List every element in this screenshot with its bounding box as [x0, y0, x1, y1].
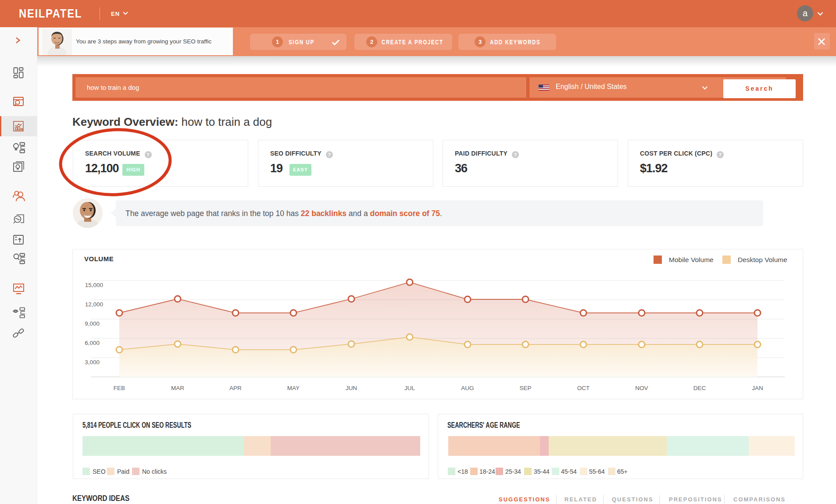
svg-text:3,000: 3,000 — [85, 359, 100, 366]
svg-text:15,000: 15,000 — [85, 282, 103, 288]
svg-text:OCT: OCT — [577, 385, 590, 391]
svg-text:MAR: MAR — [171, 385, 184, 391]
svg-text:6,000: 6,000 — [85, 340, 100, 346]
svg-text:APR: APR — [229, 385, 242, 391]
svg-text:9,000: 9,000 — [85, 320, 100, 327]
svg-text:AUG: AUG — [461, 385, 474, 391]
svg-text:FEB: FEB — [114, 385, 125, 391]
svg-text:12,000: 12,000 — [85, 301, 103, 308]
svg-text:JUN: JUN — [346, 385, 357, 391]
svg-text:DEC: DEC — [693, 385, 706, 391]
svg-text:SEP: SEP — [519, 385, 531, 391]
svg-text:JUL: JUL — [404, 385, 415, 391]
svg-text:JAN: JAN — [752, 385, 763, 391]
svg-text:MAY: MAY — [287, 385, 300, 391]
svg-text:NOV: NOV — [635, 385, 648, 391]
